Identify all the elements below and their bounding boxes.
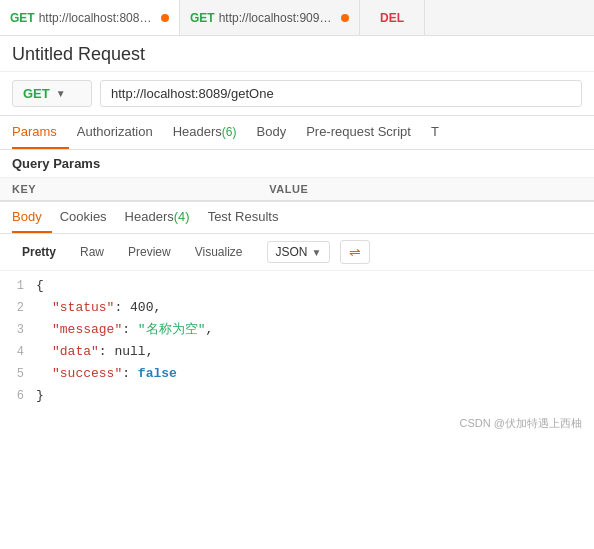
wrap-icon: ⇌: [349, 244, 361, 260]
format-bar: Pretty Raw Preview Visualize JSON ▼ ⇌: [0, 234, 594, 271]
tab-auth-label: Authorization: [77, 124, 153, 139]
json-val-status: 400: [130, 300, 153, 315]
json-val-success: false: [138, 366, 177, 381]
res-tabs: Body Cookies Headers(4) Test Results: [0, 202, 594, 234]
json-key-message: "message": [52, 322, 122, 337]
json-body: 1 { 2 "status": 400, 3 "message": "名称为空"…: [0, 271, 594, 412]
fmt-pretty-label: Pretty: [22, 245, 56, 259]
url-input[interactable]: [100, 80, 582, 107]
tab-method-2: GET: [190, 11, 215, 25]
json-key-success: "success": [52, 366, 122, 381]
json-val-data: null: [114, 344, 145, 359]
tab-del-label: DEL: [370, 11, 414, 25]
url-bar: GET ▼: [0, 72, 594, 116]
format-select-value: JSON: [276, 245, 308, 259]
fmt-tab-visualize[interactable]: Visualize: [185, 241, 253, 263]
tab-authorization[interactable]: Authorization: [77, 116, 165, 149]
tab-body[interactable]: Body: [257, 116, 299, 149]
json-line-6: 6 }: [0, 385, 594, 407]
request-title: Untitled Request: [0, 36, 594, 72]
tab-method-1: GET: [10, 11, 35, 25]
tab-url-2: http://localhost:9098/Comment...: [219, 11, 335, 25]
json-brace-open: {: [36, 275, 44, 297]
res-tab-cookies-label: Cookies: [60, 209, 107, 224]
params-col-value: VALUE: [257, 178, 594, 201]
query-params-title: Query Params: [0, 150, 594, 178]
res-tab-test-results-label: Test Results: [208, 209, 279, 224]
fmt-preview-label: Preview: [128, 245, 171, 259]
tab-bar: GET http://localhost:8089/getOne GET htt…: [0, 0, 594, 36]
fmt-tab-preview[interactable]: Preview: [118, 241, 181, 263]
res-tab-headers-badge: (4): [174, 209, 190, 224]
json-line-1: 1 {: [0, 275, 594, 297]
method-chevron-icon: ▼: [56, 88, 66, 99]
line-num-1: 1: [0, 276, 36, 296]
tab-item-2[interactable]: GET http://localhost:9098/Comment...: [180, 0, 360, 35]
tab-tests-short[interactable]: T: [431, 116, 451, 149]
tab-dot-1: [161, 14, 169, 22]
tab-dot-2: [341, 14, 349, 22]
fmt-tab-raw[interactable]: Raw: [70, 241, 114, 263]
line-num-3: 3: [0, 320, 36, 340]
line-num-6: 6: [0, 386, 36, 406]
json-val-message: "名称为空": [138, 322, 206, 337]
tab-params[interactable]: Params: [12, 116, 69, 149]
format-select[interactable]: JSON ▼: [267, 241, 331, 263]
response-section: Body Cookies Headers(4) Test Results Pre…: [0, 201, 594, 412]
json-key-data: "data": [52, 344, 99, 359]
res-tab-headers-label: Headers: [125, 209, 174, 224]
req-tabs: Params Authorization Headers(6) Body Pre…: [0, 116, 594, 150]
line-num-2: 2: [0, 298, 36, 318]
params-table: KEY VALUE: [0, 178, 594, 201]
line-num-4: 4: [0, 342, 36, 362]
tab-headers[interactable]: Headers(6): [173, 116, 249, 149]
tab-prereq[interactable]: Pre-request Script: [306, 116, 423, 149]
tab-prereq-label: Pre-request Script: [306, 124, 411, 139]
tab-headers-badge: (6): [222, 125, 237, 139]
json-brace-close: }: [36, 385, 44, 407]
json-line-4: 4 "data": null,: [0, 341, 594, 363]
tab-params-label: Params: [12, 124, 57, 139]
fmt-tab-pretty[interactable]: Pretty: [12, 241, 66, 263]
res-tab-body-label: Body: [12, 209, 42, 224]
line-num-5: 5: [0, 364, 36, 384]
tab-item-1[interactable]: GET http://localhost:8089/getOne: [0, 0, 180, 35]
watermark: CSDN @伏加特遇上西柚: [0, 412, 594, 435]
wrap-button[interactable]: ⇌: [340, 240, 370, 264]
res-tab-test-results[interactable]: Test Results: [208, 202, 289, 233]
tab-tests-short-label: T: [431, 124, 439, 139]
json-line-2: 2 "status": 400,: [0, 297, 594, 319]
res-tab-cookies[interactable]: Cookies: [60, 202, 117, 233]
json-key-status: "status": [52, 300, 114, 315]
tab-url-1: http://localhost:8089/getOne: [39, 11, 155, 25]
tab-body-label: Body: [257, 124, 287, 139]
params-col-key: KEY: [0, 178, 257, 201]
tab-headers-label: Headers: [173, 124, 222, 139]
res-tab-body[interactable]: Body: [12, 202, 52, 233]
fmt-visualize-label: Visualize: [195, 245, 243, 259]
method-select[interactable]: GET ▼: [12, 80, 92, 107]
json-line-3: 3 "message": "名称为空",: [0, 319, 594, 341]
tab-item-3[interactable]: DEL: [360, 0, 425, 35]
fmt-raw-label: Raw: [80, 245, 104, 259]
json-line-5: 5 "success": false: [0, 363, 594, 385]
res-tab-headers[interactable]: Headers(4): [125, 202, 200, 233]
format-chevron-icon: ▼: [312, 247, 322, 258]
method-value: GET: [23, 86, 50, 101]
